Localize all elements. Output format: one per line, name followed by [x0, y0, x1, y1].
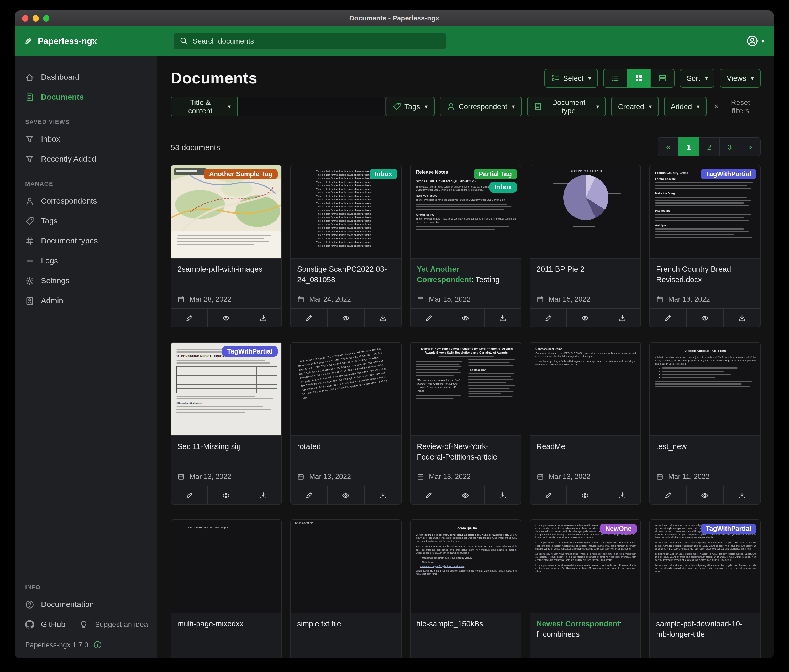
document-thumbnail[interactable]: Lorem ipsumLorem ipsum dolor sit amet, c…	[410, 520, 521, 613]
view-document-button[interactable]	[447, 309, 484, 327]
close-window-button[interactable]	[22, 15, 28, 22]
document-thumbnail[interactable]: This is a test for the double space char…	[291, 165, 401, 259]
card-correspondent[interactable]: Yet Another Correspondent	[417, 265, 471, 284]
added-filter-button[interactable]: Added ▾	[664, 97, 706, 116]
created-filter-button[interactable]: Created ▾	[611, 97, 659, 116]
pagination-prev-button[interactable]: «	[658, 137, 679, 156]
sidebar-item-inbox[interactable]: Inbox	[15, 129, 157, 149]
edit-document-button[interactable]	[171, 309, 208, 327]
document-title[interactable]: ReadMe	[537, 441, 634, 452]
document-thumbnail[interactable]: Lorem ipsum dolor sit amet, consectetur …	[530, 520, 640, 613]
pagination-page-3-button[interactable]: 3	[719, 137, 740, 156]
document-thumbnail[interactable]: Review of New York Federal Petitions for…	[410, 342, 521, 436]
sidebar-item-admin[interactable]: Admin	[15, 291, 157, 311]
edit-document-button[interactable]	[650, 486, 686, 504]
view-document-button[interactable]	[447, 486, 484, 504]
download-document-button[interactable]	[604, 486, 640, 504]
document-thumbnail[interactable]: This is the text that appears on the fir…	[291, 342, 401, 436]
tags-filter-button[interactable]: Tags ▾	[386, 97, 434, 116]
minimize-window-button[interactable]	[32, 15, 39, 22]
document-title[interactable]: test_new	[656, 441, 754, 452]
title-content-input[interactable]	[238, 97, 386, 116]
grid-view-button[interactable]	[627, 69, 651, 88]
correspondent-filter-button[interactable]: Correspondent ▾	[440, 97, 522, 116]
document-thumbnail[interactable]: Contact Sheet DemoGiven a set of image f…	[530, 342, 640, 436]
document-thumbnail[interactable]: This is a multi page document. Page 1.	[171, 520, 281, 613]
view-document-button[interactable]	[327, 486, 364, 504]
document-title[interactable]: multi-page-mixedxx	[177, 618, 275, 629]
download-document-button[interactable]	[484, 309, 521, 327]
download-document-button[interactable]	[604, 309, 640, 327]
document-title[interactable]: file-sample_150kBs	[417, 618, 514, 629]
edit-document-button[interactable]	[410, 309, 447, 327]
document-title[interactable]: sample-pdf-download-10-mb-longer-title	[656, 618, 754, 640]
document-title[interactable]: Review-of-New-York-Federal-Petitions-art…	[417, 441, 514, 462]
document-title[interactable]: Yet Another Correspondent: Testing Email	[417, 264, 514, 286]
sidebar-item-github[interactable]: GitHub	[15, 614, 69, 634]
view-document-button[interactable]	[208, 486, 244, 504]
download-document-button[interactable]	[484, 486, 521, 504]
list-view-button[interactable]	[603, 69, 627, 88]
sort-dropdown-button[interactable]: Sort ▾	[680, 69, 714, 88]
document-title[interactable]: Sonstige ScanPC2022 03-24_081058	[297, 264, 395, 285]
info-circle-icon[interactable]	[93, 640, 102, 649]
tag-badge[interactable]: Partial Tag	[473, 169, 517, 179]
view-document-button[interactable]	[208, 309, 244, 327]
reset-filters-button[interactable]: × Reset filters	[712, 98, 761, 115]
sidebar-item-documentation[interactable]: Documentation	[15, 594, 157, 614]
download-document-button[interactable]	[723, 486, 760, 504]
document-title[interactable]: rotated	[297, 441, 395, 452]
document-thumbnail[interactable]: Patient BP Distribution 2011	[530, 165, 640, 259]
download-document-button[interactable]	[364, 486, 401, 504]
view-document-button[interactable]	[567, 309, 604, 327]
sidebar-item-recently-added[interactable]: Recently Added	[15, 149, 157, 169]
document-thumbnail[interactable]: French Country BreadFor the Leaven:Make …	[650, 165, 760, 259]
card-correspondent[interactable]: Newest Correspondent	[537, 619, 620, 628]
sidebar-item-correspondents[interactable]: Correspondents	[15, 191, 157, 211]
sidebar-item-documents[interactable]: Documents	[15, 87, 157, 107]
title-content-dropdown-button[interactable]: Title & content ▾	[171, 97, 238, 116]
zoom-window-button[interactable]	[43, 15, 50, 22]
document-thumbnail[interactable]: This is a test file.	[291, 520, 401, 613]
tag-badge[interactable]: Inbox	[369, 169, 398, 179]
document-thumbnail[interactable]: 11. CONTINUING MEDICAL EDUCATIONAttestat…	[171, 342, 281, 436]
tag-badge[interactable]: TagWithPartial	[222, 346, 278, 357]
sidebar-item-dashboard[interactable]: Dashboard	[15, 67, 157, 87]
document-title[interactable]: Sec 11-Missing sig	[177, 441, 275, 452]
document-title[interactable]: simple txt file	[297, 618, 395, 629]
select-dropdown-button[interactable]: Select ▾	[544, 69, 598, 88]
download-document-button[interactable]	[723, 309, 760, 327]
tag-badge[interactable]: TagWithPartial	[701, 524, 757, 534]
document-title[interactable]: 2sample-pdf-with-images	[177, 264, 275, 275]
brand[interactable]: Paperless-ngx	[24, 36, 173, 46]
document-title[interactable]: French Country Bread Revised.docx	[656, 264, 754, 285]
tag-badge[interactable]: TagWithPartial	[701, 169, 757, 179]
document-title[interactable]: 2011 BP Pie 2	[537, 264, 634, 275]
edit-document-button[interactable]	[171, 486, 208, 504]
edit-document-button[interactable]	[410, 486, 447, 504]
tag-badge[interactable]: Inbox	[489, 182, 517, 193]
document-thumbnail[interactable]: Lorem ipsum dolor sit amet, consectetur …	[650, 520, 760, 613]
sidebar-item-document-types[interactable]: Document types	[15, 231, 157, 251]
download-document-button[interactable]	[244, 486, 281, 504]
search-box[interactable]	[173, 32, 446, 49]
document-thumbnail[interactable]: Adobe Acrobat PDF FilesAdobe® Portable D…	[650, 342, 760, 436]
search-input[interactable]	[193, 37, 440, 45]
edit-document-button[interactable]	[291, 486, 327, 504]
edit-document-button[interactable]	[650, 309, 686, 327]
tag-badge[interactable]: NewOne	[600, 524, 637, 534]
edit-document-button[interactable]	[530, 486, 567, 504]
sidebar-item-suggest-idea[interactable]: Suggest an idea	[69, 614, 151, 634]
view-document-button[interactable]	[567, 486, 604, 504]
pagination-page-1-button[interactable]: 1	[678, 137, 699, 156]
edit-document-button[interactable]	[291, 309, 327, 327]
sidebar-item-settings[interactable]: Settings	[15, 271, 157, 291]
detail-view-button[interactable]	[650, 69, 674, 88]
views-dropdown-button[interactable]: Views ▾	[720, 69, 761, 88]
document-type-filter-button[interactable]: Document type ▾	[527, 97, 606, 116]
download-document-button[interactable]	[244, 309, 281, 327]
sidebar-item-tags[interactable]: Tags	[15, 211, 157, 231]
sidebar-item-logs[interactable]: Logs	[15, 251, 157, 271]
document-thumbnail[interactable]: Another Sample Tag	[171, 165, 281, 259]
tag-badge[interactable]: Another Sample Tag	[204, 169, 278, 179]
